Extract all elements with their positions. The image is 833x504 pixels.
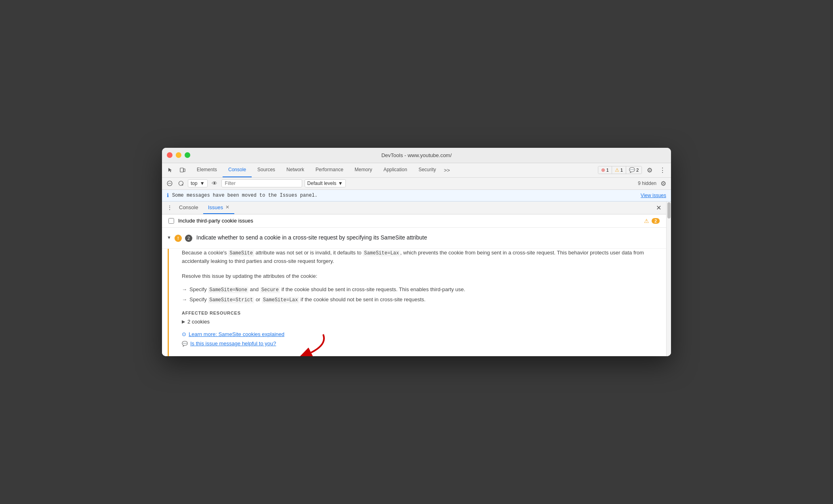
svg-rect-0 xyxy=(180,168,183,172)
issue-description: Because a cookie's SameSite attribute wa… xyxy=(182,249,666,266)
levels-dropdown-icon: ▼ xyxy=(338,181,343,186)
affected-header: AFFECTED RESOURCES xyxy=(182,311,666,315)
info-bar-message: Some messages have been moved to the Iss… xyxy=(172,193,318,198)
warning-icon: ⚠ xyxy=(615,167,619,173)
bullet-list: → Specify SameSite=None and Secure if th… xyxy=(182,286,666,304)
tab-sources[interactable]: Sources xyxy=(252,163,281,177)
cursor-icon[interactable] xyxy=(165,165,176,175)
feedback-row: 💬 Is this issue message helpful to you? xyxy=(182,340,666,346)
hidden-settings-icon[interactable]: ⚙ xyxy=(659,179,668,188)
issues-content: ▼ ! 2 Indicate whether to send a cookie … xyxy=(162,228,666,356)
settings-icon[interactable]: ⚙ xyxy=(644,165,655,175)
more-options-icon[interactable]: ⋮ xyxy=(657,165,668,175)
scrollbar-thumb xyxy=(667,202,671,218)
issue-title: Indicate whether to send a cookie in a c… xyxy=(196,234,427,241)
cookies-count-label: 2 cookies xyxy=(187,319,210,325)
titlebar: DevTools - www.youtube.com/ xyxy=(162,148,671,163)
svg-rect-1 xyxy=(183,169,185,172)
devtools-nav: Elements Console Sources Network Perform… xyxy=(162,163,671,178)
tab-network[interactable]: Network xyxy=(281,163,310,177)
include-bar: Include third-party cookie issues ⚠ 2 xyxy=(162,214,666,228)
third-party-checkbox[interactable] xyxy=(168,218,174,224)
badge-group: ⊗ 1 ⚠ 1 💬 2 xyxy=(598,166,642,174)
subtab-console[interactable]: Console xyxy=(174,202,203,214)
maximize-button[interactable] xyxy=(185,152,190,158)
dropdown-arrow-icon: ▼ xyxy=(200,181,205,186)
issue-expand-chevron[interactable]: ▼ xyxy=(167,235,171,240)
filter-icon[interactable] xyxy=(177,179,185,188)
cookies-chevron-icon: ▶ xyxy=(182,319,185,324)
warning-badge[interactable]: ⚠ 1 xyxy=(612,166,626,174)
cookies-row[interactable]: ▶ 2 cookies xyxy=(182,319,666,325)
subtab-issues[interactable]: Issues ✕ xyxy=(203,202,235,214)
device-toolbar-icon[interactable] xyxy=(177,165,188,175)
subtab-close-icon[interactable]: ✕ xyxy=(225,204,229,210)
info-icon: ℹ xyxy=(167,192,169,199)
samesite-code: SameSite xyxy=(228,250,254,256)
content-area: ⋮ Console Issues ✕ ✕ Include third-party… xyxy=(162,202,671,356)
close-panel-icon[interactable]: ✕ xyxy=(654,203,663,212)
bullet-item-1: → Specify SameSite=None and Secure if th… xyxy=(182,286,666,294)
hidden-count: 9 hidden xyxy=(638,181,656,186)
nav-icons xyxy=(165,165,188,175)
issue-warning-icon: ! xyxy=(175,235,182,242)
subtabs-bar: ⋮ Console Issues ✕ ✕ xyxy=(162,202,666,214)
eye-icon[interactable]: 👁 xyxy=(210,179,219,188)
samenone-code: SameSite=None xyxy=(208,287,248,293)
clear-console-icon[interactable] xyxy=(165,179,174,188)
tab-console[interactable]: Console xyxy=(223,163,252,177)
error-icon: ⊗ xyxy=(601,167,605,173)
info-bar: ℹ Some messages have been moved to the I… xyxy=(162,190,671,202)
view-issues-link[interactable]: View issues xyxy=(641,193,666,198)
message-icon: 💬 xyxy=(629,167,635,173)
tab-security[interactable]: Security xyxy=(413,163,442,177)
minimize-button[interactable] xyxy=(176,152,181,158)
window-title: DevTools - www.youtube.com/ xyxy=(381,152,452,158)
context-selector[interactable]: top ▼ xyxy=(188,179,208,187)
learn-more-link[interactable]: Learn more: SameSite cookies explained xyxy=(189,331,284,337)
titlebar-buttons xyxy=(167,152,190,158)
issue-body: Because a cookie's SameSite attribute wa… xyxy=(168,249,666,356)
learn-more-icon: ⊙ xyxy=(182,331,186,337)
devtools-window: DevTools - www.youtube.com/ Elements Con xyxy=(162,148,671,356)
tab-elements[interactable]: Elements xyxy=(191,163,223,177)
arrow-icon-1: → xyxy=(182,286,187,294)
nav-tabs: Elements Console Sources Network Perform… xyxy=(191,163,598,177)
samelax-code: SameSite=Lax xyxy=(262,297,299,303)
nav-right: ⊗ 1 ⚠ 1 💬 2 ⚙ ⋮ xyxy=(598,165,668,175)
resolve-text: Resolve this issue by updating the attri… xyxy=(182,272,666,281)
tab-memory[interactable]: Memory xyxy=(349,163,378,177)
scrollbar[interactable] xyxy=(666,202,671,356)
tab-performance[interactable]: Performance xyxy=(310,163,349,177)
issue-count: 2 xyxy=(185,235,192,242)
learn-more-row: ⊙ Learn more: SameSite cookies explained xyxy=(182,331,666,337)
message-badge[interactable]: 💬 2 xyxy=(626,166,642,174)
arrow-icon-2: → xyxy=(182,296,187,304)
tab-application[interactable]: Application xyxy=(378,163,413,177)
toolbar-right: 9 hidden ⚙ xyxy=(638,179,668,188)
samesite-lax-code: SameSite=Lax xyxy=(363,250,400,256)
console-toolbar: top ▼ 👁 Default levels ▼ 9 hidden ⚙ xyxy=(162,178,671,190)
feedback-link[interactable]: Is this issue message helpful to you? xyxy=(190,340,276,346)
feedback-icon: 💬 xyxy=(182,341,188,346)
secure-code: Secure xyxy=(260,287,280,293)
close-button[interactable] xyxy=(167,152,172,158)
levels-selector[interactable]: Default levels ▼ xyxy=(305,179,346,187)
issue-count-badge: 2 xyxy=(652,218,660,224)
main-content: ⋮ Console Issues ✕ ✕ Include third-party… xyxy=(162,202,666,356)
samestrict-code: SameSite=Strict xyxy=(208,297,254,303)
more-tabs-button[interactable]: >> xyxy=(442,165,452,175)
error-badge[interactable]: ⊗ 1 xyxy=(598,166,612,174)
bullet-item-2: → Specify SameSite=Strict or SameSite=La… xyxy=(182,296,666,304)
filter-input[interactable] xyxy=(221,179,302,187)
subtab-more-icon[interactable]: ⋮ xyxy=(165,203,174,212)
issue-header-row: ▼ ! 2 Indicate whether to send a cookie … xyxy=(162,228,666,249)
include-label: Include third-party cookie issues xyxy=(178,218,253,224)
warning-small-icon: ⚠ xyxy=(644,218,649,224)
